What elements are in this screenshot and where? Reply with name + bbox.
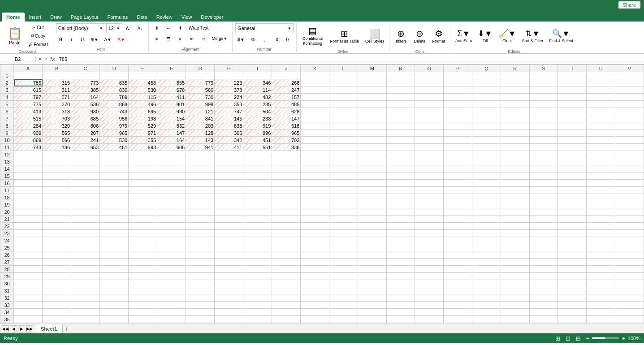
table-cell[interactable] [272,180,301,187]
table-cell[interactable] [358,244,386,251]
table-cell[interactable] [472,230,501,237]
table-cell[interactable] [501,94,529,101]
table-cell[interactable] [386,230,415,237]
table-cell[interactable] [472,129,501,137]
table-cell[interactable] [529,172,558,180]
table-cell[interactable] [157,165,186,172]
wrap-text-button[interactable]: Wrap Text [186,23,211,32]
table-cell[interactable] [301,302,329,309]
table-cell[interactable] [329,172,358,180]
table-cell[interactable] [501,266,529,273]
table-cell[interactable] [415,316,444,323]
table-cell[interactable] [444,216,472,223]
table-cell[interactable] [358,180,386,187]
comma-button[interactable]: , [259,35,270,44]
table-cell[interactable] [615,180,644,187]
col-header-U[interactable]: U [587,65,615,72]
table-cell[interactable] [415,230,444,237]
table-cell[interactable] [129,194,157,201]
table-cell[interactable] [386,223,415,230]
decimal-increase-button[interactable]: 0. [283,35,294,44]
table-cell[interactable] [301,201,329,208]
table-cell[interactable] [386,72,415,79]
table-cell[interactable] [215,323,243,324]
table-cell[interactable] [444,172,472,180]
table-cell[interactable] [43,280,71,287]
table-cell[interactable] [444,316,472,323]
table-cell[interactable] [243,151,272,158]
table-cell[interactable] [329,108,358,115]
table-cell[interactable] [587,251,615,259]
table-cell[interactable]: 164 [157,137,186,144]
table-cell[interactable] [243,273,272,280]
table-cell[interactable]: 841 [186,115,215,122]
table-cell[interactable] [157,259,186,266]
table-cell[interactable]: 703 [43,115,71,122]
table-cell[interactable]: 965 [100,129,129,137]
table-cell[interactable] [501,237,529,244]
table-cell[interactable] [587,273,615,280]
table-cell[interactable] [71,172,100,180]
font-color-button[interactable]: A▼ [115,35,128,44]
table-cell[interactable] [444,165,472,172]
table-cell[interactable] [587,180,615,187]
table-cell[interactable] [329,165,358,172]
table-cell[interactable] [587,194,615,201]
table-cell[interactable] [100,323,129,324]
table-cell[interactable] [301,294,329,302]
table-cell[interactable] [558,323,587,324]
table-cell[interactable] [472,316,501,323]
col-header-N[interactable]: N [386,65,415,72]
table-cell[interactable] [587,86,615,94]
table-cell[interactable]: 615 [14,86,43,94]
table-cell[interactable] [358,259,386,266]
table-cell[interactable] [43,251,71,259]
table-cell[interactable] [472,165,501,172]
col-header-A[interactable]: A [14,65,43,72]
table-cell[interactable]: 743 [100,108,129,115]
table-cell[interactable] [301,216,329,223]
table-cell[interactable] [215,230,243,237]
table-cell[interactable] [358,172,386,180]
table-cell[interactable] [14,230,43,237]
table-cell[interactable] [415,151,444,158]
table-cell[interactable] [529,280,558,287]
table-cell[interactable] [444,180,472,187]
table-cell[interactable] [186,273,215,280]
table-cell[interactable] [501,316,529,323]
table-cell[interactable] [215,201,243,208]
format-cells-button[interactable]: ⚙ Format [430,23,447,48]
table-cell[interactable] [186,151,215,158]
table-cell[interactable] [243,302,272,309]
table-cell[interactable] [215,172,243,180]
table-cell[interactable]: 993 [129,144,157,151]
table-cell[interactable] [472,280,501,287]
table-cell[interactable] [71,294,100,302]
table-cell[interactable] [186,294,215,302]
table-cell[interactable] [358,144,386,151]
table-cell[interactable] [444,115,472,122]
table-cell[interactable] [43,237,71,244]
table-cell[interactable] [157,302,186,309]
table-cell[interactable] [215,72,243,79]
table-cell[interactable] [43,302,71,309]
table-cell[interactable]: 801 [157,101,186,108]
table-cell[interactable] [615,172,644,180]
table-cell[interactable] [71,273,100,280]
corner-header[interactable] [0,65,14,72]
table-cell[interactable] [529,244,558,251]
table-cell[interactable] [215,309,243,316]
table-cell[interactable] [129,309,157,316]
table-cell[interactable] [301,151,329,158]
table-cell[interactable]: 653 [71,144,100,151]
table-cell[interactable] [71,187,100,194]
table-cell[interactable] [43,316,71,323]
table-cell[interactable] [71,244,100,251]
table-cell[interactable] [415,79,444,86]
table-cell[interactable] [529,323,558,324]
table-cell[interactable]: 451 [243,137,272,144]
table-cell[interactable] [615,237,644,244]
col-header-Q[interactable]: Q [472,65,501,72]
table-cell[interactable] [100,287,129,294]
table-cell[interactable] [501,180,529,187]
